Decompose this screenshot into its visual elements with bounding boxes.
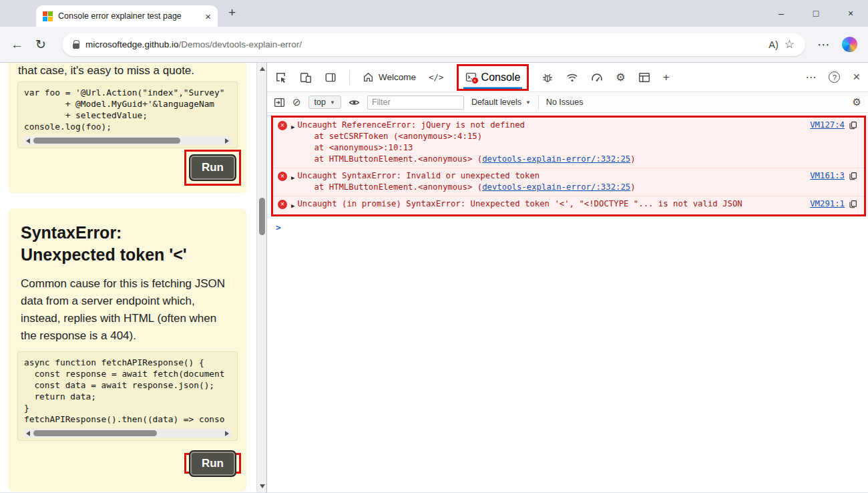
- code1-horizontal-scrollbar[interactable]: [24, 136, 231, 145]
- main-content: that case, it's easy to miss a quote. va…: [0, 63, 868, 492]
- panel1-text: that case, it's easy to miss a quote.: [9, 63, 246, 77]
- refresh-icon[interactable]: ↻: [35, 37, 46, 52]
- scroll-right-icon[interactable]: [225, 138, 229, 144]
- favorites-star-icon[interactable]: ☆: [785, 37, 795, 51]
- console-error-badge: ×: [471, 77, 479, 84]
- new-tab-button[interactable]: +: [228, 5, 236, 20]
- expand-triangle-icon[interactable]: ▶: [291, 122, 294, 133]
- scroll-left-icon[interactable]: [26, 431, 30, 436]
- sources-tab-icon[interactable]: </>: [429, 72, 444, 82]
- layout-icon[interactable]: [638, 71, 650, 84]
- maximize-button[interactable]: □: [799, 0, 833, 27]
- expand-triangle-icon[interactable]: ▶: [291, 200, 294, 212]
- issues-counter[interactable]: No Issues: [546, 98, 584, 107]
- error-message-body: Uncaught ReferenceError: jQuery is not d…: [297, 120, 801, 165]
- copy-icon[interactable]: [849, 200, 857, 208]
- bug-icon[interactable]: [541, 71, 554, 84]
- stack-line: at HTMLButtonElement.<anonymous> (devtoo…: [297, 154, 801, 165]
- help-icon[interactable]: ?: [829, 71, 840, 83]
- browser-tab[interactable]: Console error explainer test page ×: [36, 5, 218, 27]
- close-window-button[interactable]: ×: [833, 0, 868, 27]
- scrollbar-thumb[interactable]: [259, 198, 265, 235]
- minimize-button[interactable]: –: [764, 0, 799, 27]
- source-file-link[interactable]: devtools-explain-error/:332:25: [482, 182, 630, 192]
- context-value: top: [314, 98, 326, 107]
- welcome-tab-label: Welcome: [379, 72, 416, 82]
- gear-icon[interactable]: ⚙: [616, 71, 625, 84]
- vm-source-link[interactable]: VM127:4: [810, 120, 845, 131]
- run-button-2[interactable]: Run: [189, 450, 236, 477]
- focus-mode-icon[interactable]: [324, 71, 337, 84]
- read-aloud-icon[interactable]: A): [769, 39, 779, 50]
- console-prompt[interactable]: >: [267, 216, 868, 232]
- scroll-down-icon[interactable]: [260, 484, 265, 488]
- run-button-1[interactable]: Run: [189, 154, 236, 181]
- close-devtools-icon[interactable]: ×: [853, 70, 860, 84]
- error-icon: ×: [278, 121, 287, 130]
- stack-line: at setCSRFToken (<anonymous>:4:15): [297, 131, 801, 142]
- annotation-console-messages: × ▶ Uncaught ReferenceError: jQuery is n…: [271, 116, 866, 216]
- copy-icon[interactable]: [849, 172, 857, 180]
- error-example-panel-2: SyntaxError: Unexpected token '<' Common…: [9, 208, 246, 492]
- settings-more-icon[interactable]: ⋯: [817, 37, 830, 52]
- devtools-toolbar-right: ⋯ ? ×: [805, 70, 860, 84]
- device-emulation-icon[interactable]: [300, 71, 312, 84]
- scroll-right-icon[interactable]: [225, 431, 229, 436]
- console-sidebar-icon[interactable]: [274, 97, 285, 108]
- window-controls: – □ ×: [764, 0, 868, 27]
- add-tools-plus-icon[interactable]: +: [663, 71, 670, 84]
- source-column: VM127:4: [810, 120, 857, 131]
- tab-close-icon[interactable]: ×: [205, 11, 211, 22]
- scrollbar-thumb[interactable]: [33, 430, 157, 436]
- source-file-link[interactable]: devtools-explain-error/:332:25: [482, 154, 630, 164]
- browser-window: Console error explainer test page × + – …: [0, 0, 868, 493]
- error-message: Uncaught (in promise) SyntaxError: Unexp…: [297, 198, 801, 210]
- annotation-run-button-2: Run: [184, 453, 241, 474]
- code-block-1: var foo = '@Url.Action("index","Survey" …: [17, 81, 238, 148]
- expand-triangle-icon[interactable]: ▶: [291, 172, 294, 184]
- url-text[interactable]: microsoftedge.github.io/Demos/devtools-e…: [85, 39, 302, 49]
- inspect-element-icon[interactable]: [275, 71, 287, 84]
- vm-source-link[interactable]: VM161:3: [810, 170, 845, 182]
- tab-title: Console error explainer test page: [58, 11, 200, 21]
- clear-console-icon[interactable]: ⊘: [292, 96, 301, 108]
- devtools-panel: Welcome </> × Console: [267, 63, 868, 492]
- scroll-up-icon[interactable]: [260, 67, 265, 71]
- console-error-row[interactable]: × ▶ Uncaught ReferenceError: jQuery is n…: [273, 118, 864, 168]
- tab-console[interactable]: × Console: [463, 66, 523, 89]
- error-message-body: Uncaught SyntaxError: Invalid or unexpec…: [297, 170, 801, 193]
- console-settings-gear-icon[interactable]: ⚙: [853, 96, 861, 108]
- log-levels-label: Default levels: [471, 98, 521, 107]
- error-message: Uncaught ReferenceError: jQuery is not d…: [297, 120, 801, 131]
- code2-horizontal-scrollbar[interactable]: [24, 429, 231, 438]
- chevron-down-icon: ▼: [525, 100, 531, 106]
- network-conditions-icon[interactable]: [566, 71, 578, 84]
- vm-source-link[interactable]: VM291:1: [810, 198, 845, 210]
- address-bar[interactable]: microsoftedge.github.io/Demos/devtools-e…: [62, 33, 805, 56]
- tab-welcome[interactable]: Welcome: [363, 63, 416, 92]
- console-error-row[interactable]: × ▶ Uncaught SyntaxError: Invalid or une…: [273, 168, 864, 196]
- stack-text: at setCSRFToken (<anonymous>:4:15): [314, 132, 482, 141]
- customize-devtools-icon[interactable]: ⋯: [805, 71, 816, 84]
- tab-strip: Console error explainer test page × + – …: [0, 0, 868, 27]
- scrollbar-thumb[interactable]: [33, 138, 180, 144]
- console-toolbar: ⊘ top ▼ Default levels ▼ No Issues ⚙: [267, 92, 868, 113]
- back-icon[interactable]: ←: [11, 37, 23, 52]
- lock-icon: [73, 43, 79, 49]
- error-example-panel-1: that case, it's easy to miss a quote. va…: [9, 63, 246, 193]
- copy-icon[interactable]: [849, 121, 857, 130]
- log-levels-dropdown[interactable]: Default levels ▼: [471, 98, 531, 107]
- console-error-row[interactable]: × ▶ Uncaught (in promise) SyntaxError: U…: [273, 196, 864, 214]
- copilot-icon[interactable]: [842, 37, 857, 52]
- toolbar-divider: [349, 70, 350, 85]
- run2-row: Run: [184, 450, 241, 477]
- heading-line-1: SyntaxError:: [21, 222, 234, 244]
- context-selector[interactable]: top ▼: [308, 96, 341, 109]
- microsoft-favicon: [43, 11, 53, 21]
- performance-icon[interactable]: [591, 71, 603, 84]
- page-vertical-scrollbar[interactable]: [256, 63, 266, 492]
- scroll-left-icon[interactable]: [26, 138, 30, 144]
- filter-input[interactable]: [367, 96, 464, 110]
- eye-icon[interactable]: [349, 97, 360, 108]
- stack-text: at <anonymous>:10:13: [314, 143, 413, 152]
